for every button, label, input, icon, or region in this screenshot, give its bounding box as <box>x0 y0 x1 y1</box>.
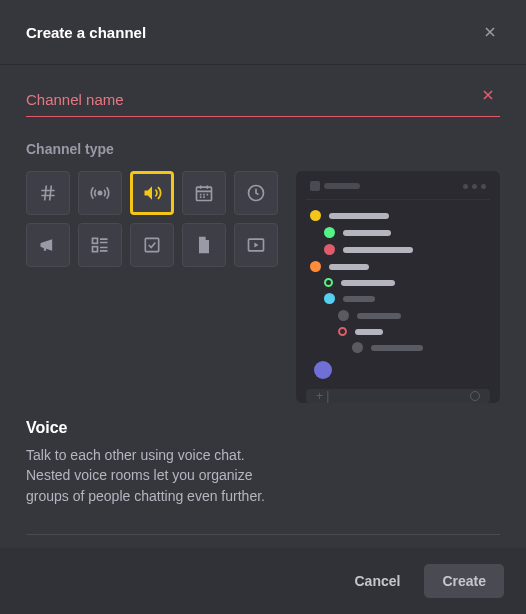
channel-name-input[interactable] <box>26 87 500 117</box>
preview-avatar <box>324 293 335 304</box>
create-button[interactable]: Create <box>424 564 504 598</box>
broadcast-icon <box>90 183 110 203</box>
preview-header <box>306 181 490 200</box>
svg-rect-5 <box>145 238 158 251</box>
divider <box>26 534 500 535</box>
preview-avatar <box>324 227 335 238</box>
media-icon <box>246 235 266 255</box>
channel-type-grid <box>26 171 278 403</box>
svg-rect-4 <box>93 247 98 252</box>
selected-type-title: Voice <box>26 419 500 437</box>
type-docs[interactable] <box>182 223 226 267</box>
type-list[interactable] <box>78 223 122 267</box>
document-icon <box>194 235 214 255</box>
preview-user-row <box>338 310 486 321</box>
preview-footer: + | <box>306 389 490 403</box>
type-checklist[interactable] <box>130 223 174 267</box>
preview-name-bar <box>329 213 389 219</box>
list-grid-icon <box>90 235 110 255</box>
modal-title: Create a channel <box>26 24 146 41</box>
close-icon <box>482 24 498 40</box>
type-broadcast[interactable] <box>78 171 122 215</box>
clear-name-button[interactable] <box>480 87 500 107</box>
channel-preview: + | <box>296 171 500 403</box>
preview-name-bar <box>343 296 375 302</box>
preview-avatar <box>352 342 363 353</box>
selected-type-description: Talk to each other using voice chat. Nes… <box>26 445 266 506</box>
type-announcement[interactable] <box>26 223 70 267</box>
type-media[interactable] <box>234 223 278 267</box>
type-voice[interactable] <box>130 171 174 215</box>
channel-type-label: Channel type <box>26 141 500 157</box>
preview-user-row <box>310 261 486 272</box>
type-schedule[interactable] <box>234 171 278 215</box>
type-calendar[interactable] <box>182 171 226 215</box>
preview-avatar <box>324 244 335 255</box>
volume-icon <box>142 183 162 203</box>
cancel-button[interactable]: Cancel <box>336 564 418 598</box>
type-text[interactable] <box>26 171 70 215</box>
modal-header: Create a channel <box>0 0 526 65</box>
preview-user-row <box>310 210 486 221</box>
preview-name-bar <box>343 230 391 236</box>
preview-avatar <box>310 210 321 221</box>
preview-name-bar <box>355 329 383 335</box>
x-icon <box>480 87 496 103</box>
preview-user-list <box>306 200 490 383</box>
preview-avatar <box>338 310 349 321</box>
preview-user-row <box>324 278 486 287</box>
preview-user-row <box>324 293 486 304</box>
checkbox-icon <box>142 235 162 255</box>
megaphone-icon <box>38 235 58 255</box>
modal-body: Channel type <box>0 65 526 548</box>
preview-name-bar <box>341 280 395 286</box>
preview-user-row <box>324 227 486 238</box>
preview-avatar <box>338 327 347 336</box>
preview-name-bar <box>371 345 423 351</box>
hash-icon <box>38 183 58 203</box>
preview-name-bar <box>329 264 369 270</box>
preview-user-row <box>324 244 486 255</box>
svg-rect-3 <box>93 238 98 243</box>
preview-self-avatar <box>314 361 332 379</box>
close-button[interactable] <box>476 18 504 46</box>
calendar-icon <box>194 183 214 203</box>
preview-avatar <box>324 278 333 287</box>
preview-footer-text: + | <box>316 389 329 403</box>
preview-user-row <box>338 327 486 336</box>
clock-icon <box>246 183 266 203</box>
svg-point-0 <box>98 191 101 194</box>
preview-avatar <box>310 261 321 272</box>
modal-footer: Cancel Create <box>0 548 526 614</box>
preview-user-row <box>352 342 486 353</box>
preview-footer-circle <box>470 391 480 401</box>
channel-name-field <box>26 87 500 117</box>
create-channel-modal: Create a channel Channel type <box>0 0 526 614</box>
preview-name-bar <box>357 313 401 319</box>
preview-name-bar <box>343 247 413 253</box>
